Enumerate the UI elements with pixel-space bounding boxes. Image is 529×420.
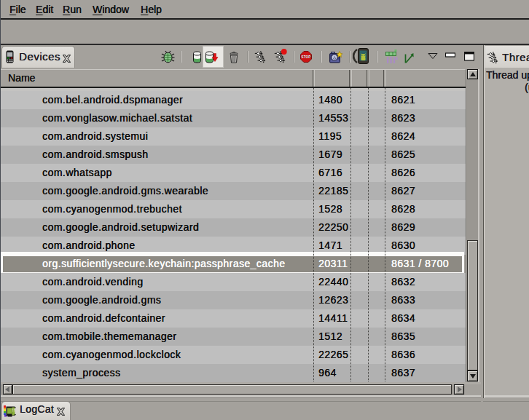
svg-text:STOP: STOP [301,55,310,59]
